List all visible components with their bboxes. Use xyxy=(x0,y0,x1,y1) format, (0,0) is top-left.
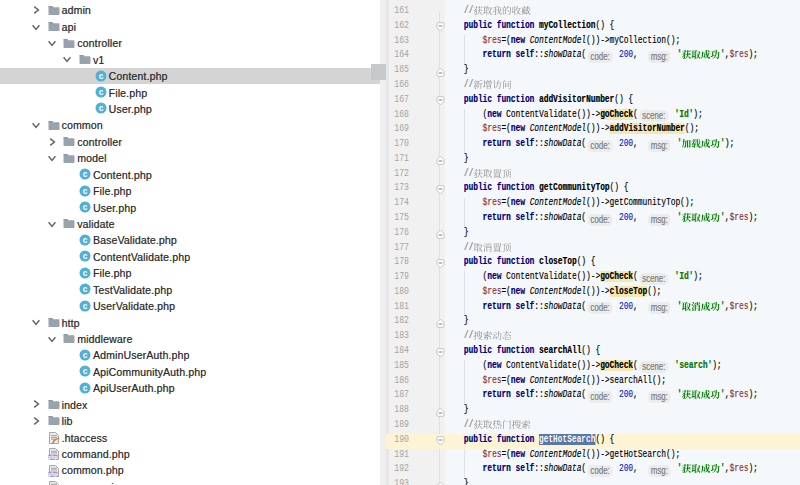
svg-text:c: c xyxy=(83,251,88,261)
svg-text:c: c xyxy=(98,87,103,97)
svg-text:c: c xyxy=(83,383,88,393)
svg-text:php: php xyxy=(48,471,57,476)
svg-text:c: c xyxy=(98,103,103,113)
svg-text:c: c xyxy=(83,268,88,278)
svg-text:c: c xyxy=(83,235,88,245)
svg-text:c: c xyxy=(83,300,88,310)
svg-text:c: c xyxy=(83,202,88,212)
svg-text:c: c xyxy=(83,185,88,195)
svg-text:c: c xyxy=(83,350,88,360)
svg-text:php: php xyxy=(48,455,57,460)
svg-text:c: c xyxy=(98,70,103,80)
svg-text:c: c xyxy=(83,366,88,376)
svg-text:c: c xyxy=(83,169,88,179)
svg-text:c: c xyxy=(83,284,88,294)
